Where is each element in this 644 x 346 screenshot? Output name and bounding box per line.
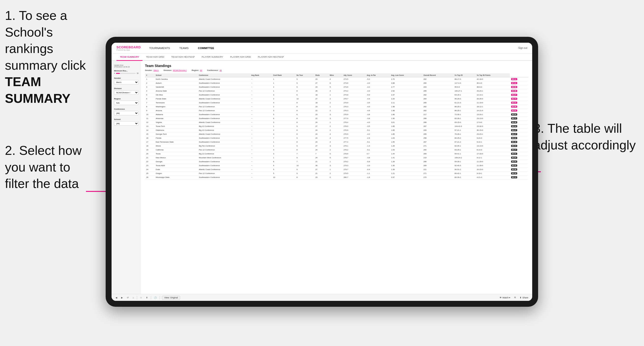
- gender-pill-value[interactable]: Men's: [154, 69, 159, 71]
- tab-player-h2h-heatmap[interactable]: PLAYER H2H HEATMAP: [254, 53, 287, 61]
- gender-select[interactable]: Men's: [114, 80, 138, 84]
- cell-vs-top25: 14-21-0: [476, 109, 510, 113]
- nav-committee[interactable]: COMMITTEE: [197, 47, 215, 50]
- cell-school: Virginia: [154, 121, 198, 124]
- cell-vs-top25: 38-8-0: [476, 85, 510, 89]
- toolbar-reload[interactable]: ↺: [126, 296, 130, 299]
- cell-adj-score: 279.2: [342, 160, 365, 164]
- cell-avg-rank: ~: [250, 97, 272, 101]
- cell-avg-low-par: 2.77: [390, 85, 422, 89]
- cell-conf-rank: 1: [272, 77, 295, 81]
- cell-conference: Pac-12 Conference: [198, 172, 250, 175]
- toolbar-sep-3: [160, 296, 160, 299]
- cell-adj-score: 279.1: [342, 144, 365, 148]
- cell-vs-top25: 15-32-0: [476, 124, 510, 128]
- view-original-button[interactable]: View: Original: [162, 296, 180, 300]
- division-select[interactable]: NCAA Division I: [114, 90, 138, 95]
- cell-vs-top50: 80.94: [510, 113, 528, 117]
- cell-no-tour: 9: [295, 77, 314, 81]
- cell-avg-par: -1.1: [366, 172, 390, 175]
- table-row: 23 Texas A&M Southeastern Conference ~ 9…: [145, 164, 528, 168]
- cell-conf-rank: 9: [272, 164, 295, 168]
- cell-rank: 1: [145, 77, 154, 81]
- tab-player-h2h-grid[interactable]: PLAYER H2H GRID: [226, 53, 254, 61]
- toolbar-home[interactable]: ⌂: [132, 296, 135, 299]
- conference-pill-value[interactable]: All: [220, 69, 222, 71]
- cell-school: Arizona: [154, 109, 198, 113]
- instruction-2: 2. Select how you want to filter the dat…: [5, 142, 82, 192]
- cell-vs-top50: 80.91: [510, 152, 528, 156]
- cell-conf-rank: 1: [272, 156, 295, 160]
- filters-panel: Update time: 27/03/2024 16:56:26 Minimum…: [112, 61, 141, 294]
- main-content: Update time: 27/03/2024 16:56:26 Minimum…: [112, 61, 532, 294]
- cell-overall: 83-25-1: [453, 148, 476, 152]
- instruction-3: 3. The table will adjust accordingly: [534, 120, 637, 153]
- cell-rank: 7: [145, 101, 154, 105]
- tab-player-summary[interactable]: PLAYER SUMMARY: [198, 53, 227, 61]
- cell-avg-rank: ~: [250, 132, 272, 136]
- toolbar-clock[interactable]: 🕐: [153, 296, 158, 299]
- cell-wins: 6: [328, 81, 342, 85]
- cell-avg-rank: ~: [250, 156, 272, 160]
- watch-button[interactable]: 👁 Watch ▾: [498, 296, 511, 299]
- cell-conference: Southeastern Conference: [198, 85, 250, 89]
- conference-select[interactable]: (All): [114, 111, 138, 115]
- cell-rank: 20: [145, 152, 154, 156]
- region-pill-value[interactable]: All: [200, 69, 202, 71]
- cell-rank: 8: [145, 105, 154, 109]
- cell-rnds: 21: [314, 160, 328, 164]
- cell-avg-low-score: 265: [422, 101, 453, 105]
- cell-avg-rank: ~: [250, 128, 272, 132]
- cell-conference: Pac-12 Conference: [198, 109, 250, 113]
- copy-button[interactable]: ⧉: [513, 296, 517, 299]
- toolbar-forward[interactable]: ▶: [120, 296, 124, 299]
- cell-conf-rank: 3: [272, 93, 295, 97]
- cell-rnds: 30: [314, 164, 328, 168]
- cell-school: Georgia Tech: [154, 132, 198, 136]
- cell-no-tour: 9: [295, 81, 314, 85]
- cell-conference: Atlantic Coast Conference: [198, 132, 250, 136]
- cell-rnds: 24: [314, 136, 328, 140]
- cell-avg-par: -5.1: [366, 128, 390, 132]
- sign-out-link[interactable]: Sign out: [518, 47, 527, 49]
- toolbar-sep-2: [151, 296, 151, 299]
- table-row: 10 Alabama Southeastern Conference ~ 5 6…: [145, 113, 528, 117]
- tab-team-h2h-heatmap[interactable]: TEAM H2H HEATMAP: [168, 53, 198, 61]
- cell-adj-score: 273.5: [342, 77, 365, 81]
- cell-rank: 23: [145, 164, 154, 168]
- division-pill-value[interactable]: NCAA Division I: [173, 69, 187, 71]
- tab-team-summary[interactable]: TEAM SUMMARY: [116, 53, 142, 61]
- nav-teams[interactable]: TEAMS: [178, 47, 190, 50]
- cell-school: Oklahoma: [154, 128, 198, 132]
- school-select[interactable]: (All): [114, 121, 138, 126]
- cell-avg-low-score: 260: [422, 81, 453, 85]
- cell-vs-top25: 30-15-0: [476, 128, 510, 132]
- cell-no-tour: 8: [295, 132, 314, 136]
- share-button[interactable]: ⬆ Share: [519, 296, 529, 299]
- cell-no-tour: 8: [295, 117, 314, 121]
- tab-team-h2h-grid[interactable]: TEAM H2H GRID: [142, 53, 168, 61]
- cell-avg-low-score: 271: [422, 172, 453, 175]
- region-select[interactable]: N/A: [114, 101, 138, 105]
- cell-avg-low-par: 1.98: [390, 109, 422, 113]
- col-avg-low: Avg. Low Score: [390, 73, 422, 77]
- cell-vs-top25: 30-4-0: [476, 81, 510, 85]
- cell-adj-score: 278.7: [342, 156, 365, 160]
- toolbar-bookmark[interactable]: ☆: [139, 296, 143, 299]
- cell-conf-rank: 2: [272, 85, 295, 89]
- nav-tournaments[interactable]: TOURNAMENTS: [148, 47, 171, 50]
- col-wins: Wins: [328, 73, 342, 77]
- cell-overall: 109-24-2: [453, 156, 476, 160]
- cell-wins: 3: [328, 144, 342, 148]
- cell-avg-par: -4.0: [366, 121, 390, 124]
- cell-vs-top25: 18-12-1: [476, 105, 510, 109]
- cell-wins: 3: [328, 117, 342, 121]
- cell-avg-low-score: 258: [422, 136, 453, 140]
- col-vs-top50: Vs Top 50 Points: [476, 73, 510, 77]
- cell-rnds: 23: [314, 113, 328, 117]
- cell-rnds: 23: [314, 175, 328, 179]
- toolbar-back[interactable]: ◀: [114, 296, 118, 299]
- cell-avg-low-score: 262: [422, 93, 453, 97]
- cell-no-tour: 9: [295, 172, 314, 175]
- toolbar-share-small[interactable]: ⬆: [145, 296, 149, 299]
